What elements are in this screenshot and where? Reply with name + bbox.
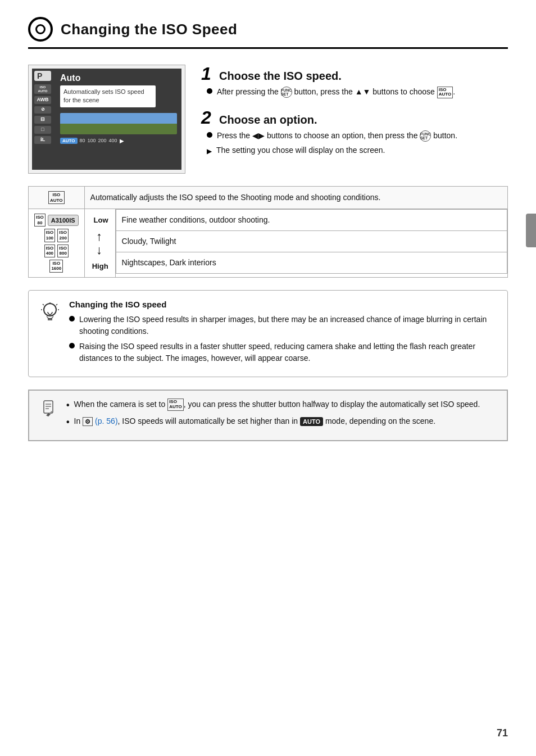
tips-title: Changing the ISO speed: [69, 300, 496, 309]
step-1-title: Choose the ISO speed.: [219, 70, 342, 83]
cam-iso-auto-selected: AUTO: [60, 138, 78, 144]
camera-screen: P ISOAUTO AWB ⊘ ⊟ □ 𝐢L Auto Automaticall…: [32, 69, 181, 170]
iso-desc-row-cloudy: Cloudy, Twilight: [116, 231, 507, 252]
svg-line-5: [56, 304, 57, 305]
arrow-down-icon: ↓: [96, 244, 102, 256]
step-1-header: 1 Choose the ISO speed.: [201, 65, 508, 83]
iso-desc-cloudy: Cloudy, Twilight: [116, 231, 507, 252]
cam-iso-200: 200: [98, 138, 107, 143]
tip-1: Lowering the ISO speed results in sharpe…: [69, 314, 496, 337]
cam-mode-p: P: [34, 71, 51, 81]
notes-content: • When the camera is set to ISOAUTO, you…: [66, 399, 496, 432]
note-2-text: In ⚙ (p. 56), ISO speeds will automatica…: [74, 415, 435, 429]
cam-iso-bar: AUTO 80 100 200 400 ▶: [60, 138, 177, 144]
triangle-icon: ▶: [207, 146, 212, 156]
svg-point-0: [44, 304, 56, 316]
notes-list: • When the camera is set to ISOAUTO, you…: [66, 399, 496, 429]
cam-tooltip: Automatically sets ISO speed for the sce…: [60, 85, 156, 107]
tip-2: Raising the ISO speed results in a faste…: [69, 341, 496, 364]
tips-list: Lowering the ISO speed results in sharpe…: [69, 314, 496, 364]
iso-auto-note-icon: ISOAUTO: [167, 399, 184, 411]
step-1-bullet-1: After pressing the FUNCSET button, press…: [207, 86, 508, 98]
cam-landscape: [60, 113, 177, 134]
cam-il-icon: 𝐢L: [34, 136, 51, 144]
iso-400-label: ISO400: [44, 245, 56, 257]
scene-icon: ⚙: [83, 417, 93, 426]
cam-grid-icon: ⊟: [34, 116, 51, 124]
arrow-up-icon: ↑: [96, 230, 102, 243]
func-set-icon: FUNCSET: [281, 87, 292, 98]
iso-auto-label: ISOAUTO: [48, 191, 65, 204]
note-bullet-2: •: [66, 415, 70, 429]
step-2: 2 Choose an option. Press the ◀▶ buttons…: [201, 108, 508, 156]
step-1: 1 Choose the ISO speed. After pressing t…: [201, 65, 508, 98]
note-2: • In ⚙ (p. 56), ISO speeds will automati…: [66, 415, 496, 429]
cam-off-icon: ⊘: [34, 106, 51, 114]
iso-auto-desc: Automatically adjusts the ISO speed to t…: [84, 187, 507, 209]
low-label: Low: [90, 215, 108, 226]
step-2-header: 2 Choose an option.: [201, 108, 508, 126]
iso-desc-row-fine: Fine weather conditions, outdoor shootin…: [116, 210, 507, 231]
note-1-text: When the camera is set to ISOAUTO, you c…: [74, 399, 480, 412]
step-2-bullet-1-text: Press the ◀▶ buttons to choose an option…: [217, 130, 457, 142]
iso-auto-cell: ISOAUTO: [29, 187, 85, 209]
step-2-bullets: Press the ◀▶ buttons to choose an option…: [201, 130, 508, 156]
iso-200-label: ISO200: [57, 229, 69, 242]
step-2-bullet-1: Press the ◀▶ buttons to choose an option…: [207, 130, 508, 142]
auto-mode-badge: AUTO: [300, 417, 323, 426]
iso-low-high-cell: Low ↑ ↓ High: [84, 209, 115, 278]
step-2-bullet-2: ▶ The setting you chose will display on …: [207, 144, 508, 156]
tips-icon: [40, 300, 60, 323]
tips-content: Changing the ISO speed Lowering the ISO …: [69, 300, 496, 368]
func-set-icon-2: FUNCSET: [420, 130, 431, 142]
iso-descriptions-cell: Fine weather conditions, outdoor shootin…: [115, 209, 507, 278]
note-bullet-1: •: [66, 399, 70, 412]
iso-desc-fine: Fine weather conditions, outdoor shootin…: [116, 210, 507, 231]
iso-1600-label: ISO1600: [49, 260, 63, 273]
cam-iso-auto-icon: ISOAUTO: [34, 84, 51, 94]
pencil-icon: [40, 400, 56, 418]
tips-section: Changing the ISO speed Lowering the ISO …: [28, 290, 508, 377]
step-1-bullet-1-text: After pressing the FUNCSET button, press…: [217, 86, 455, 98]
iso-80-cell: ISO80 A3100IS ISO100 ISO200 ISO400 ISO80…: [29, 209, 85, 278]
notes-icon: [40, 399, 57, 421]
tip-1-text: Lowering the ISO speed results in sharpe…: [79, 314, 496, 337]
cam-iso-100: 100: [88, 138, 96, 143]
page-title: Changing the ISO Speed: [61, 21, 237, 38]
top-section: P ISOAUTO AWB ⊘ ⊟ □ 𝐢L Auto Automaticall…: [28, 65, 508, 174]
step-1-bullets: After pressing the FUNCSET button, press…: [201, 86, 508, 98]
bullet-circle-icon-2: [207, 132, 212, 138]
camera-mockup: P ISOAUTO AWB ⊘ ⊟ □ 𝐢L Auto Automaticall…: [28, 65, 185, 174]
iso-row-80: ISO80 A3100IS ISO100 ISO200 ISO400 ISO80…: [29, 209, 508, 278]
side-tab: [526, 214, 536, 247]
page-header: Changing the ISO Speed: [28, 17, 508, 49]
lightbulb-icon: [40, 302, 60, 323]
iso-row-auto: ISOAUTO Automatically adjusts the ISO sp…: [29, 187, 508, 209]
header-icon: [28, 17, 53, 42]
iso-800-label: ISO800: [57, 245, 69, 257]
iso-80-label: ISO80: [34, 214, 46, 227]
tip-bullet-2-icon: [69, 343, 75, 348]
step-2-bullet-2-text: The setting you chose will display on th…: [216, 144, 385, 156]
high-label: High: [90, 261, 108, 272]
iso-desc-row-night: Nightscapes, Dark interiors: [116, 252, 507, 274]
step-2-title: Choose an option.: [219, 114, 317, 126]
step-2-number: 2: [201, 108, 215, 126]
cam-auto-label: Auto: [60, 73, 177, 83]
page-number: 71: [497, 727, 508, 739]
note-1: • When the camera is set to ISOAUTO, you…: [66, 399, 496, 412]
step-1-number: 1: [201, 65, 215, 83]
tip-bullet-1-icon: [69, 316, 75, 322]
svg-line-4: [43, 304, 44, 305]
cam-awb-icon: AWB: [34, 96, 51, 104]
iso-desc-night: Nightscapes, Dark interiors: [116, 252, 507, 274]
page-link: (p. 56): [95, 417, 117, 425]
iso-auto-inline: ISOAUTO: [437, 87, 453, 99]
tip-2-text: Raising the ISO speed results in a faste…: [79, 341, 496, 364]
iso-table: ISOAUTO Automatically adjusts the ISO sp…: [28, 186, 508, 278]
a3100-badge: A3100IS: [48, 215, 79, 227]
bullet-circle-icon: [207, 88, 212, 94]
iso-100-label: ISO100: [44, 229, 56, 242]
cam-box-icon: □: [34, 126, 51, 134]
cam-iso-arrow: ▶: [120, 138, 124, 144]
